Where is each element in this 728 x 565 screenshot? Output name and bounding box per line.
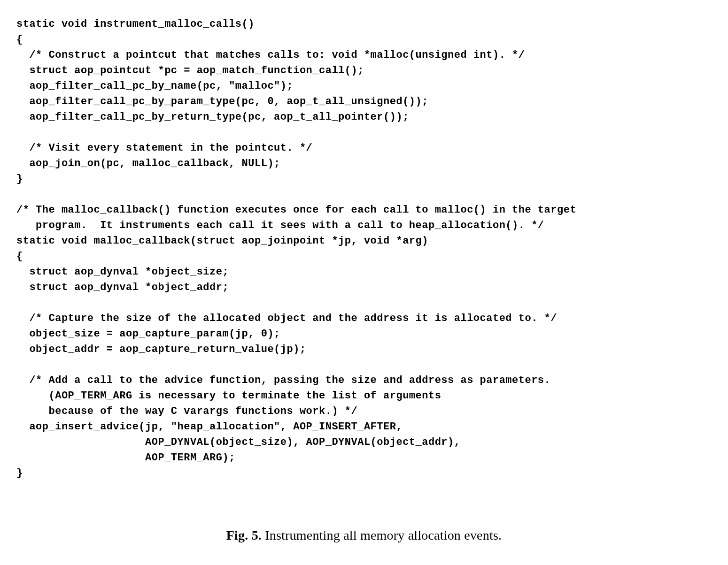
code-line: (AOP_TERM_ARG is necessary to terminate … [16, 390, 441, 402]
code-line: aop_filter_call_pc_by_return_type(pc, ao… [16, 111, 409, 123]
code-line: /* Capture the size of the allocated obj… [16, 313, 557, 324]
code-line: object_size = aop_capture_param(jp, 0); [16, 328, 280, 340]
code-line: /* Add a call to the advice function, pa… [16, 374, 550, 386]
code-line: because of the way C varargs functions w… [16, 405, 357, 417]
code-line: aop_filter_call_pc_by_name(pc, "malloc")… [16, 80, 293, 92]
code-line: AOP_DYNVAL(object_size), AOP_DYNVAL(obje… [16, 436, 460, 448]
figure-caption-text: Instrumenting all memory allocation even… [262, 528, 502, 542]
code-line: { [16, 251, 23, 262]
code-line: } [16, 467, 23, 479]
code-line: aop_insert_advice(jp, "heap_allocation",… [16, 421, 403, 433]
code-line: struct aop_dynval *object_addr; [16, 282, 229, 293]
figure-label: Fig. 5. [226, 528, 262, 542]
code-line: struct aop_pointcut *pc = aop_match_func… [16, 65, 364, 76]
figure-caption: Fig. 5. Instrumenting all memory allocat… [16, 526, 712, 545]
code-line: /* The malloc_callback() function execut… [16, 204, 576, 216]
code-line: program. It instruments each call it see… [16, 220, 544, 231]
code-line: /* Construct a pointcut that matches cal… [16, 49, 525, 61]
code-line: object_addr = aop_capture_return_value(j… [16, 344, 306, 355]
code-line: } [16, 173, 23, 185]
code-line: static void instrument_malloc_calls() [16, 18, 255, 30]
code-listing: static void instrument_malloc_calls() { … [16, 16, 712, 481]
code-line: aop_filter_call_pc_by_param_type(pc, 0, … [16, 96, 428, 107]
code-line: AOP_TERM_ARG); [16, 452, 235, 464]
code-line: static void malloc_callback(struct aop_j… [16, 235, 428, 247]
code-line: /* Visit every statement in the pointcut… [16, 142, 312, 154]
code-line: aop_join_on(pc, malloc_callback, NULL); [16, 158, 280, 169]
code-line: struct aop_dynval *object_size; [16, 266, 229, 278]
code-line: { [16, 34, 23, 46]
